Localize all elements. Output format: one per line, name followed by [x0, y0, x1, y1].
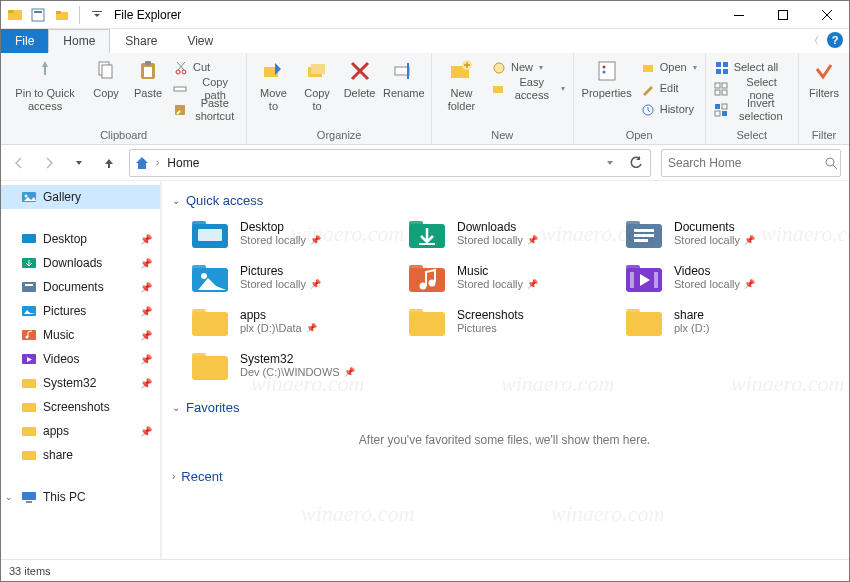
navpane-music[interactable]: Music📌 — [1, 323, 160, 347]
section-favorites[interactable]: ⌄Favorites — [168, 396, 841, 423]
paste-button[interactable]: Paste — [127, 55, 169, 100]
copy-button[interactable]: Copy — [85, 55, 127, 100]
new-item-icon — [491, 60, 507, 76]
chevron-right-icon[interactable]: › — [156, 157, 159, 168]
select-none-button[interactable]: Select none — [710, 78, 794, 99]
invert-selection-button[interactable]: Invert selection — [710, 99, 794, 120]
properties-button[interactable]: Properties — [578, 55, 636, 100]
svg-rect-51 — [22, 306, 36, 316]
breadcrumb-home[interactable]: Home — [165, 156, 201, 170]
up-button[interactable] — [99, 153, 119, 173]
svg-rect-38 — [715, 90, 720, 95]
folder-icon — [190, 348, 230, 382]
quick-access-item[interactable]: Music Stored locally 📌 — [407, 260, 614, 294]
svg-rect-63 — [198, 229, 222, 241]
address-dropdown-button[interactable] — [600, 153, 620, 173]
paste-shortcut-icon — [173, 102, 187, 118]
item-name: apps — [240, 308, 317, 322]
tab-share[interactable]: Share — [110, 29, 172, 53]
quick-access-item[interactable]: Pictures Stored locally 📌 — [190, 260, 397, 294]
close-button[interactable] — [805, 1, 849, 29]
easy-access-button[interactable]: Easy access▾ — [487, 78, 569, 99]
svg-rect-1 — [8, 10, 14, 13]
qat-customize-button[interactable] — [86, 4, 108, 26]
section-recent[interactable]: ›Recent — [168, 465, 841, 492]
quick-access-item[interactable]: Downloads Stored locally 📌 — [407, 216, 614, 250]
item-name: Screenshots — [457, 308, 524, 322]
svg-rect-86 — [409, 309, 423, 315]
navpane-documents[interactable]: Documents📌 — [1, 275, 160, 299]
delete-button[interactable]: Delete — [339, 55, 381, 100]
open-button[interactable]: Open▾ — [636, 57, 701, 78]
content-pane[interactable]: ⌄Quick access Desktop Stored locally 📌 D… — [161, 181, 849, 559]
chevron-right-icon[interactable]: ⌄ — [5, 492, 13, 502]
search-input[interactable] — [668, 156, 818, 170]
maximize-button[interactable] — [761, 1, 805, 29]
search-box[interactable] — [661, 149, 841, 177]
documents-icon — [624, 216, 664, 250]
quick-access-item[interactable]: Desktop Stored locally 📌 — [190, 216, 397, 250]
navpane-share[interactable]: share — [1, 443, 160, 467]
tab-file[interactable]: File — [1, 29, 48, 53]
navpane-videos[interactable]: Videos📌 — [1, 347, 160, 371]
tab-view[interactable]: View — [172, 29, 228, 53]
collapse-ribbon-button[interactable]: 〈 — [809, 34, 819, 48]
address-bar[interactable]: › Home — [129, 149, 651, 177]
quick-access-item[interactable]: Documents Stored locally 📌 — [624, 216, 831, 250]
select-all-button[interactable]: Select all — [710, 57, 794, 78]
group-clipboard-label: Clipboard — [5, 127, 242, 144]
quick-access-item[interactable]: Videos Stored locally 📌 — [624, 260, 831, 294]
quick-access-item[interactable]: share plx (D:) — [624, 304, 831, 338]
item-subtitle: Pictures — [457, 322, 524, 334]
rename-button[interactable]: Rename — [381, 55, 427, 100]
rename-icon — [390, 57, 418, 85]
navigation-pane[interactable]: Gallery Desktop📌 Downloads📌 Documents📌 P… — [1, 181, 161, 559]
item-name: Music — [457, 264, 538, 278]
forward-button[interactable] — [39, 153, 59, 173]
filters-button[interactable]: Filters — [803, 55, 845, 100]
navpane-system32[interactable]: System32📌 — [1, 371, 160, 395]
copy-to-icon — [303, 57, 331, 85]
navpane-pictures[interactable]: Pictures📌 — [1, 299, 160, 323]
quick-access-item[interactable]: apps plx (D:)\Data 📌 — [190, 304, 397, 338]
navpane-gallery[interactable]: Gallery — [1, 185, 160, 209]
section-quick-access[interactable]: ⌄Quick access — [168, 189, 841, 216]
folder-icon — [624, 304, 664, 338]
help-button[interactable]: ? — [827, 32, 843, 48]
back-button[interactable] — [9, 153, 29, 173]
svg-rect-73 — [192, 265, 206, 271]
quick-access-item[interactable]: Screenshots Pictures — [407, 304, 614, 338]
pin-icon: 📌 — [140, 354, 152, 365]
cut-button[interactable]: Cut — [169, 57, 242, 78]
navpane-apps[interactable]: apps📌 — [1, 419, 160, 443]
pin-to-quick-access-button[interactable]: Pin to Quick access — [5, 55, 85, 112]
qat-new-folder-button[interactable] — [51, 4, 73, 26]
svg-rect-12 — [144, 67, 152, 77]
navpane-this-pc[interactable]: ⌄This PC — [1, 485, 160, 509]
new-item-button[interactable]: New▾ — [487, 57, 569, 78]
quick-access-item[interactable]: System32 Dev (C:)\WINDOWS 📌 — [190, 348, 397, 382]
navpane-downloads[interactable]: Downloads📌 — [1, 251, 160, 275]
tab-home[interactable]: Home — [48, 29, 110, 53]
qat-properties-button[interactable] — [27, 4, 49, 26]
navpane-screenshots[interactable]: Screenshots — [1, 395, 160, 419]
svg-rect-62 — [192, 221, 206, 227]
refresh-button[interactable] — [626, 153, 646, 173]
minimize-button[interactable] — [717, 1, 761, 29]
pin-icon — [31, 57, 59, 85]
paste-shortcut-button[interactable]: Paste shortcut — [169, 99, 242, 120]
copy-to-button[interactable]: Copy to — [296, 55, 339, 112]
move-to-button[interactable]: Move to — [251, 55, 295, 112]
group-filter-label: Filter — [803, 127, 845, 144]
downloads-icon — [21, 255, 37, 271]
folder-icon — [21, 423, 37, 439]
svg-rect-26 — [493, 86, 503, 93]
recent-locations-button[interactable] — [69, 153, 89, 173]
navpane-desktop[interactable]: Desktop📌 — [1, 227, 160, 251]
move-to-icon — [259, 57, 287, 85]
new-folder-button[interactable]: New folder — [436, 55, 487, 112]
copy-path-button[interactable]: Copy path — [169, 78, 242, 99]
history-button[interactable]: History — [636, 99, 701, 120]
item-subtitle: plx (D:)\Data 📌 — [240, 322, 317, 334]
edit-button[interactable]: Edit — [636, 78, 701, 99]
